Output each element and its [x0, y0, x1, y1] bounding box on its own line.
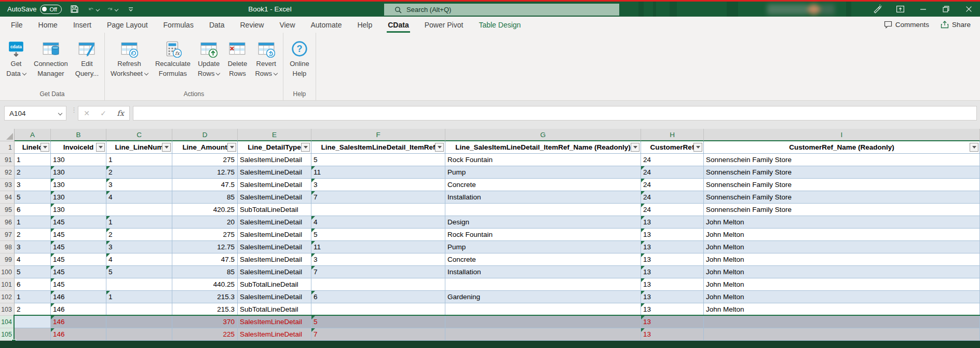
table-column-header-C[interactable]: Line_LineNum — [106, 141, 172, 154]
cell-E97[interactable]: SalesItemLineDetail — [238, 229, 311, 241]
cell-F96[interactable]: 4 — [311, 216, 445, 229]
cell-E103[interactable]: SubTotalLineDetail — [238, 303, 311, 316]
cell-H92[interactable]: 24 — [641, 166, 704, 179]
restore-icon[interactable] — [934, 2, 957, 17]
cell-F105[interactable]: 7 — [311, 328, 445, 341]
cell-E99[interactable]: SalesItemLineDetail — [238, 253, 311, 266]
cell-E105[interactable]: SalesItemLineDetail — [238, 328, 311, 341]
cell-F94[interactable]: 7 — [311, 191, 445, 204]
cell-H105[interactable]: 13 — [641, 328, 704, 341]
cell-G102[interactable]: Gardening — [445, 291, 641, 303]
cell-H93[interactable]: 24 — [641, 179, 704, 191]
cell-A97[interactable]: 2 — [15, 229, 51, 241]
row-header-94[interactable]: 94 — [0, 191, 15, 204]
cell-I92[interactable]: Sonnenschein Family Store — [704, 166, 980, 179]
cell-E92[interactable]: SalesItemLineDetail — [238, 166, 311, 179]
share-button[interactable]: Share — [941, 21, 971, 29]
get-data-button[interactable]: cdataGetData — [2, 33, 30, 77]
cell-I100[interactable]: John Melton — [704, 266, 980, 278]
cell-F103[interactable] — [311, 303, 445, 316]
cell-C94[interactable]: 4 — [106, 191, 172, 204]
cell-C103[interactable] — [106, 303, 172, 316]
cell-D97[interactable]: 275 — [172, 229, 238, 241]
autosave-pill[interactable]: Off — [40, 5, 61, 14]
row-header-103[interactable]: 103 — [0, 303, 15, 316]
row-header-100[interactable]: 100 — [0, 266, 15, 278]
delete-rows-button[interactable]: DeleteRows — [223, 33, 251, 77]
cell-G95[interactable] — [445, 204, 641, 216]
table-column-header-E[interactable]: Line_DetailType — [238, 141, 311, 154]
cell-H100[interactable]: 13 — [641, 266, 704, 278]
cell-H103[interactable]: 13 — [641, 303, 704, 316]
column-header-A[interactable]: A — [15, 129, 51, 141]
cell-B96[interactable]: 145 — [51, 216, 106, 229]
table-column-header-D[interactable]: Line_Amount — [172, 141, 238, 154]
minimize-icon[interactable] — [911, 2, 934, 17]
autosave-toggle[interactable]: AutoSave Off — [7, 5, 62, 14]
filter-dropdown-icon[interactable] — [40, 143, 49, 152]
cell-F100[interactable]: 7 — [311, 266, 445, 278]
tab-file[interactable]: File — [3, 17, 31, 33]
cell-F97[interactable]: 5 — [311, 229, 445, 241]
cell-D94[interactable]: 85 — [172, 191, 238, 204]
row-header-102[interactable]: 102 — [0, 291, 15, 303]
tab-table-design[interactable]: Table Design — [471, 17, 528, 33]
cell-E100[interactable]: SalesItemLineDetail — [238, 266, 311, 278]
cell-C101[interactable] — [106, 278, 172, 291]
cell-D99[interactable]: 47.5 — [172, 253, 238, 266]
cell-G103[interactable] — [445, 303, 641, 316]
column-header-G[interactable]: G — [445, 129, 641, 141]
cell-D91[interactable]: 275 — [172, 154, 238, 166]
cell-H91[interactable]: 24 — [641, 154, 704, 166]
row-header-91[interactable]: 91 — [0, 154, 15, 166]
tab-power-pivot[interactable]: Power Pivot — [417, 17, 471, 33]
comments-button[interactable]: Comments — [884, 21, 929, 29]
cell-A95[interactable]: 6 — [15, 204, 51, 216]
cell-D105[interactable]: 225 — [172, 328, 238, 341]
cell-I105[interactable] — [704, 328, 980, 341]
cell-C95[interactable] — [106, 204, 172, 216]
cell-H95[interactable]: 24 — [641, 204, 704, 216]
search-input[interactable]: Search (Alt+Q) — [384, 4, 619, 16]
table-column-header-B[interactable]: InvoiceId — [51, 141, 106, 154]
cell-I97[interactable]: John Melton — [704, 229, 980, 241]
row-header-99[interactable]: 99 — [0, 253, 15, 266]
tab-help[interactable]: Help — [349, 17, 380, 33]
cell-C96[interactable]: 1 — [106, 216, 172, 229]
row-header-1[interactable]: 1 — [0, 141, 15, 154]
refresh-worksheet-button[interactable]: RefreshWorksheet — [107, 33, 152, 77]
cell-B98[interactable]: 145 — [51, 241, 106, 253]
table-column-header-G[interactable]: Line_SalesItemLineDetail_ItemRef_Name (R… — [445, 141, 641, 154]
cell-A91[interactable]: 1 — [15, 154, 51, 166]
row-header-97[interactable]: 97 — [0, 229, 15, 241]
cell-H101[interactable]: 13 — [641, 278, 704, 291]
cell-F93[interactable]: 3 — [311, 179, 445, 191]
cell-F102[interactable]: 6 — [311, 291, 445, 303]
cell-I101[interactable]: John Melton — [704, 278, 980, 291]
cell-B95[interactable]: 130 — [51, 204, 106, 216]
recalculate-formulas-button[interactable]: fxRecalculateFormulas — [152, 33, 194, 77]
cell-H99[interactable]: 13 — [641, 253, 704, 266]
cell-E102[interactable]: SalesItemLineDetail — [238, 291, 311, 303]
cell-F104[interactable]: 5 — [311, 316, 445, 328]
insert-function-icon[interactable]: fx — [117, 109, 124, 117]
cell-G94[interactable]: Installation — [445, 191, 641, 204]
cell-A94[interactable]: 5 — [15, 191, 51, 204]
filter-dropdown-icon[interactable] — [435, 143, 444, 152]
cell-D102[interactable]: 215.3 — [172, 291, 238, 303]
cell-I104[interactable] — [704, 316, 980, 328]
cell-F92[interactable]: 11 — [311, 166, 445, 179]
cell-D98[interactable]: 12.75 — [172, 241, 238, 253]
cell-A101[interactable]: 6 — [15, 278, 51, 291]
tab-view[interactable]: View — [271, 17, 303, 33]
cell-D101[interactable]: 440.25 — [172, 278, 238, 291]
cell-H104[interactable]: 13 — [641, 316, 704, 328]
column-header-I[interactable]: I — [704, 129, 980, 141]
tab-page-layout[interactable]: Page Layout — [99, 17, 156, 33]
cell-C99[interactable]: 4 — [106, 253, 172, 266]
redo-icon[interactable] — [106, 4, 118, 15]
column-header-B[interactable]: B — [51, 129, 106, 141]
cell-I94[interactable]: Sonnenschein Family Store — [704, 191, 980, 204]
cell-B102[interactable]: 146 — [51, 291, 106, 303]
cell-D103[interactable]: 215.3 — [172, 303, 238, 316]
